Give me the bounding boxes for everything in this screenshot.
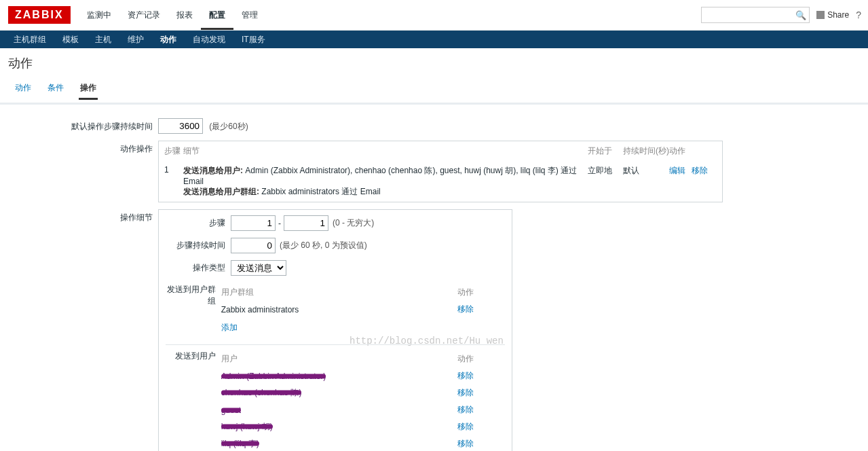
submenu-actions[interactable]: 动作 bbox=[152, 31, 185, 48]
opshead-action: 动作 bbox=[669, 145, 717, 157]
submenu-maintenance[interactable]: 维护 bbox=[119, 31, 152, 48]
share-link[interactable]: Share bbox=[816, 10, 849, 20]
user-name: chenhao (chenhao 陈) bbox=[221, 388, 302, 397]
groups-table: 用户群组 动作 Zabbix administrators 移除 添加 bbox=[221, 284, 505, 338]
groups-head-action: 动作 bbox=[457, 287, 505, 298]
label-default-duration: 默认操作步骤持续时间 bbox=[0, 118, 158, 132]
users-row: chenhao (chenhao 陈) 移除 bbox=[221, 384, 505, 401]
select-operation-type[interactable]: 发送消息 bbox=[231, 260, 286, 276]
help-link[interactable]: ? bbox=[856, 10, 861, 20]
user-remove[interactable]: 移除 bbox=[457, 371, 474, 380]
operations-header: 步骤 细节 开始于 持续时间(秒) 动作 bbox=[159, 141, 722, 161]
user-remove[interactable]: 移除 bbox=[457, 388, 474, 397]
submenu-hosts[interactable]: 主机 bbox=[87, 31, 119, 48]
oprow-line2-text: Zabbix administrators 通过 Email bbox=[261, 187, 380, 196]
oprow-line2-label: 发送消息给用户群组: bbox=[183, 187, 259, 196]
user-remove[interactable]: 移除 bbox=[457, 405, 474, 414]
groups-row-name: Zabbix administrators bbox=[221, 305, 457, 314]
dlabel-type: 操作类型 bbox=[166, 262, 231, 274]
oprow-line1-label: 发送消息给用户: bbox=[183, 166, 243, 175]
hint-step: (0 - 无穷大) bbox=[333, 217, 374, 229]
groups-add-link[interactable]: 添加 bbox=[221, 318, 505, 338]
input-default-duration[interactable] bbox=[158, 118, 203, 134]
input-step-duration[interactable] bbox=[231, 238, 276, 253]
logo: ZABBIX bbox=[8, 6, 71, 24]
topmenu-monitoring[interactable]: 监测中 bbox=[79, 0, 119, 30]
groups-header: 用户群组 动作 bbox=[221, 284, 505, 301]
users-table: 用户 动作 Admin (Zabbix Administrator) 移除 ch… bbox=[221, 350, 505, 451]
tab-condition[interactable]: 条件 bbox=[46, 78, 65, 100]
topmenu-configuration[interactable]: 配置 bbox=[201, 0, 233, 30]
drow-send-users: 发送到用户 用户 动作 Admin (Zabbix Administrator)… bbox=[166, 344, 505, 451]
input-step-to[interactable] bbox=[284, 215, 328, 231]
hint-duration: (最少 60 秒, 0 为预设值) bbox=[280, 240, 367, 251]
user-remove[interactable]: 移除 bbox=[457, 422, 474, 431]
dlabel-duration: 步骤持续时间 bbox=[166, 240, 231, 251]
oprow-start: 立即地 bbox=[588, 165, 623, 198]
oprow-detail: 发送消息给用户: Admin (Zabbix Administrator), c… bbox=[183, 165, 588, 198]
topmenu-administration[interactable]: 管理 bbox=[233, 0, 266, 30]
search-icon: 🔍 bbox=[795, 10, 806, 20]
user-remove[interactable]: 移除 bbox=[457, 439, 474, 448]
user-name: lilq (lilq 李) bbox=[221, 439, 259, 448]
hint-default-duration: (最少60秒) bbox=[209, 122, 248, 131]
label-operation-detail: 操作细节 bbox=[0, 209, 158, 223]
users-header: 用户 动作 bbox=[221, 350, 505, 367]
page-header: 动作 动作 条件 操作 bbox=[0, 48, 868, 105]
operations-box: 步骤 细节 开始于 持续时间(秒) 动作 1 发送消息给用户: Admin (Z… bbox=[158, 141, 723, 202]
top-right: 🔍 Share ? bbox=[701, 0, 861, 30]
drow-step: 步骤 - (0 - 无穷大) bbox=[166, 215, 505, 231]
groups-row: Zabbix administrators 移除 bbox=[221, 301, 505, 318]
submenu-discovery[interactable]: 自动发现 bbox=[185, 31, 233, 48]
user-name: guest bbox=[221, 405, 241, 415]
oprow-actions: 编辑 移除 bbox=[669, 165, 717, 198]
submenu-hostgroups[interactable]: 主机群组 bbox=[5, 31, 54, 48]
oprow-step: 1 bbox=[164, 165, 183, 198]
input-step-from[interactable] bbox=[231, 215, 276, 231]
topmenu-reports[interactable]: 报表 bbox=[168, 0, 201, 30]
top-bar: ZABBIX 监测中 资产记录 报表 配置 管理 🔍 Share ? bbox=[0, 0, 868, 31]
users-row: lilq (lilq 李) 移除 bbox=[221, 435, 505, 451]
opshead-duration: 持续时间(秒) bbox=[623, 145, 669, 157]
users-row: guest 移除 bbox=[221, 401, 505, 418]
submenu-itservices[interactable]: IT服务 bbox=[233, 31, 273, 48]
drow-type: 操作类型 发送消息 bbox=[166, 260, 505, 276]
user-name: huwj (huwj 胡) bbox=[221, 422, 273, 431]
drow-send-groups: 发送到用户群组 用户群组 动作 Zabbix administrators 移除… bbox=[166, 283, 505, 338]
row-action-operations: 动作操作 步骤 细节 开始于 持续时间(秒) 动作 1 发送消息给用户: Adm… bbox=[0, 141, 868, 202]
drow-duration: 步骤持续时间 (最少 60 秒, 0 为预设值) bbox=[166, 238, 505, 253]
users-row: huwj (huwj 胡) 移除 bbox=[221, 418, 505, 435]
opshead-detail: 细节 bbox=[183, 145, 588, 157]
submenu-templates[interactable]: 模板 bbox=[54, 31, 87, 48]
tab-action[interactable]: 动作 bbox=[14, 78, 33, 100]
users-head-name: 用户 bbox=[221, 353, 457, 365]
page-title: 动作 bbox=[8, 55, 860, 71]
user-name: Admin (Zabbix Administrator) bbox=[221, 372, 326, 381]
oprow-line1-text: Admin (Zabbix Administrator), chenhao (c… bbox=[183, 166, 577, 186]
sub-menu: 主机群组 模板 主机 维护 动作 自动发现 IT服务 bbox=[0, 31, 868, 48]
oprow-edit-link[interactable]: 编辑 bbox=[669, 166, 685, 175]
dlabel-step: 步骤 bbox=[166, 217, 231, 229]
dlabel-send-users: 发送到用户 bbox=[166, 350, 221, 362]
tab-operation[interactable]: 操作 bbox=[79, 78, 98, 100]
top-menu: 监测中 资产记录 报表 配置 管理 bbox=[79, 0, 266, 30]
oprow-duration: 默认 bbox=[623, 165, 669, 198]
share-label: Share bbox=[827, 10, 849, 20]
step-sep: - bbox=[278, 219, 281, 228]
groups-head-name: 用户群组 bbox=[221, 287, 457, 298]
search-input[interactable]: 🔍 bbox=[701, 7, 810, 23]
dlabel-send-groups: 发送到用户群组 bbox=[166, 284, 221, 307]
label-action-operations: 动作操作 bbox=[0, 141, 158, 155]
operations-row: 1 发送消息给用户: Admin (Zabbix Administrator),… bbox=[159, 161, 722, 202]
topmenu-inventory[interactable]: 资产记录 bbox=[119, 0, 168, 30]
share-icon bbox=[816, 11, 825, 19]
row-operation-detail: 操作细节 步骤 - (0 - 无穷大) 步骤持续时间 (最少 60 秒, 0 为… bbox=[0, 209, 868, 451]
content: http://blog.csdn.net/Hu_wen 默认操作步骤持续时间 (… bbox=[0, 105, 868, 451]
operation-detail-box: 步骤 - (0 - 无穷大) 步骤持续时间 (最少 60 秒, 0 为预设值) … bbox=[158, 209, 512, 451]
opshead-start: 开始于 bbox=[588, 145, 623, 157]
groups-row-remove[interactable]: 移除 bbox=[457, 304, 474, 314]
oprow-remove-link[interactable]: 移除 bbox=[692, 166, 708, 175]
row-default-duration: 默认操作步骤持续时间 (最少60秒) bbox=[0, 118, 868, 134]
tabs: 动作 条件 操作 bbox=[8, 78, 860, 100]
users-head-action: 动作 bbox=[457, 353, 505, 365]
